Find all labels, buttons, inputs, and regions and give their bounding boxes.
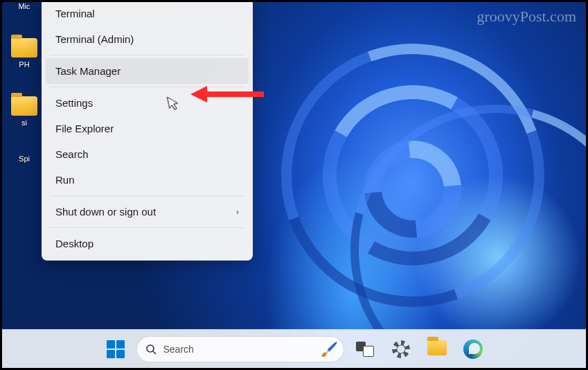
windows-logo-icon [107, 340, 125, 358]
menu-item-search[interactable]: Search [46, 141, 249, 167]
menu-separator [50, 195, 244, 196]
menu-separator [50, 55, 244, 55]
menu-separator [50, 87, 244, 87]
svg-point-0 [147, 345, 154, 352]
menu-item-label: Terminal (Admin) [55, 33, 134, 45]
menu-item-desktop[interactable]: Desktop [46, 231, 249, 256]
menu-item-label: Search [55, 148, 89, 160]
menu-item-label: Terminal [55, 8, 95, 19]
desktop-icons-column: Mic PH si Spi [8, 2, 41, 163]
menu-separator [50, 227, 244, 228]
taskbar: Search 🖌️ [2, 329, 586, 368]
desktop-icon-label: si [8, 118, 41, 127]
menu-item-label: File Explorer [55, 123, 114, 134]
menu-item-label: Task Manager [55, 65, 121, 77]
folder-icon [11, 96, 37, 116]
taskbar-search[interactable]: Search 🖌️ [136, 336, 344, 362]
edge-icon [463, 340, 483, 359]
svg-line-1 [153, 351, 156, 354]
folder-icon [11, 38, 37, 58]
file-explorer-button[interactable] [422, 334, 452, 364]
settings-button[interactable] [386, 334, 416, 364]
desktop-icon-label: PH [8, 60, 41, 69]
gear-icon [392, 340, 410, 358]
start-button[interactable] [100, 334, 131, 364]
desktop-folder-icon[interactable]: PH [8, 38, 41, 69]
menu-item-shutdown-signout[interactable]: Shut down or sign out › [46, 199, 249, 224]
menu-item-task-manager[interactable]: Task Manager [46, 58, 249, 84]
menu-item-terminal-admin[interactable]: Terminal (Admin) [46, 26, 249, 52]
watermark-text: groovyPost.com [476, 8, 576, 26]
desktop-icon-label: Mic [8, 2, 41, 10]
task-view-icon [356, 342, 374, 357]
task-view-button[interactable] [350, 334, 380, 364]
desktop-folder-icon[interactable]: si [8, 96, 41, 127]
paint-brush-icon: 🖌️ [321, 341, 338, 358]
menu-item-label: Settings [55, 97, 93, 109]
edge-button[interactable] [458, 334, 488, 364]
search-icon [145, 344, 157, 355]
menu-item-label: Shut down or sign out [55, 206, 156, 218]
menu-item-terminal[interactable]: Terminal [46, 1, 249, 26]
menu-item-settings[interactable]: Settings [46, 90, 249, 116]
winx-context-menu: Terminal Terminal (Admin) Task Manager S… [42, 0, 253, 261]
chevron-right-icon: › [236, 206, 239, 217]
desktop-icon[interactable]: Mic [8, 2, 41, 10]
search-placeholder: Search [163, 344, 194, 355]
menu-item-label: Run [55, 174, 75, 186]
folder-icon [427, 340, 447, 355]
desktop-icon-label: Spi [8, 155, 41, 163]
menu-item-label: Desktop [55, 238, 93, 249]
desktop-icon[interactable]: Spi [8, 155, 41, 163]
menu-item-file-explorer[interactable]: File Explorer [46, 116, 249, 141]
menu-item-run[interactable]: Run [46, 167, 249, 193]
